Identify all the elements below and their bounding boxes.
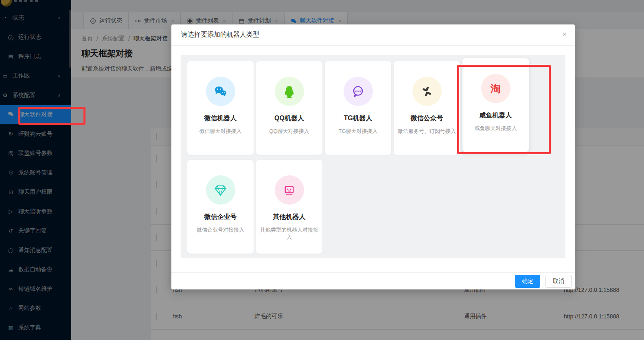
card-title: QQ机器人	[256, 114, 322, 123]
close-icon[interactable]: ×	[562, 31, 567, 38]
card-wechat-enterprise[interactable]: 微信企业号 微信企业号对接接入	[187, 160, 254, 254]
modal-footer: 确定 取消	[171, 272, 575, 290]
card-title: 其他机器人	[256, 213, 322, 221]
app-canvas: 状态 ∧ 运行状态 程序日志 工作区 ∨ 系统配置 ∧	[0, 0, 644, 340]
wechat-icon	[206, 77, 235, 106]
modal-body: 微信机器人 微信聊天对接接入 QQ机器人 QQ聊天对接接入	[181, 55, 565, 258]
robot-card-grid: 微信机器人 微信聊天对接接入 QQ机器人 QQ聊天对接接入	[187, 61, 559, 254]
qq-icon	[275, 77, 304, 106]
telegram-icon	[344, 77, 373, 106]
ok-button[interactable]: 确定	[515, 275, 540, 288]
card-subtitle: 咸鱼聊天对接接入	[462, 125, 529, 132]
card-wechat-robot[interactable]: 微信机器人 微信聊天对接接入	[187, 61, 254, 155]
modal-title: 请选择要添加的机器人类型	[181, 31, 259, 39]
card-title: 微信机器人	[187, 114, 254, 123]
cancel-button[interactable]: 取消	[545, 275, 572, 288]
card-title: TG机器人	[325, 114, 391, 123]
modal-header: 请选择要添加的机器人类型	[171, 24, 575, 46]
card-subtitle: 微信聊天对接接入	[187, 128, 254, 135]
card-subtitle: 微信企业号对接接入	[187, 226, 254, 234]
card-title: 微信企业号	[187, 213, 254, 221]
card-qq-robot[interactable]: QQ机器人 QQ聊天对接接入	[256, 61, 322, 155]
robot-type-modal: 请选择要添加的机器人类型 × 微信机器人 微信聊天对接接入	[171, 24, 575, 289]
card-tg-robot[interactable]: TG机器人 TG聊天对接接入	[325, 61, 391, 155]
card-title: 咸鱼机器人	[462, 111, 529, 120]
wechat-official-icon	[412, 77, 442, 106]
taobao-icon: 淘	[481, 74, 510, 103]
diamond-icon	[206, 175, 235, 205]
card-other-robot[interactable]: 其他机器人 其他类型的机器人对接接入	[256, 160, 322, 254]
card-wechat-official[interactable]: 微信公众号 微信服务号、订阅号接入	[394, 61, 460, 155]
card-xianyu-robot[interactable]: 淘 咸鱼机器人 咸鱼聊天对接接入	[462, 58, 529, 152]
card-subtitle: 其他类型的机器人对接接入	[256, 226, 322, 241]
robot-icon	[275, 175, 304, 205]
card-title: 微信公众号	[394, 114, 460, 123]
card-subtitle: QQ聊天对接接入	[256, 128, 322, 135]
card-subtitle: 微信服务号、订阅号接入	[394, 128, 460, 135]
card-subtitle: TG聊天对接接入	[325, 128, 391, 135]
